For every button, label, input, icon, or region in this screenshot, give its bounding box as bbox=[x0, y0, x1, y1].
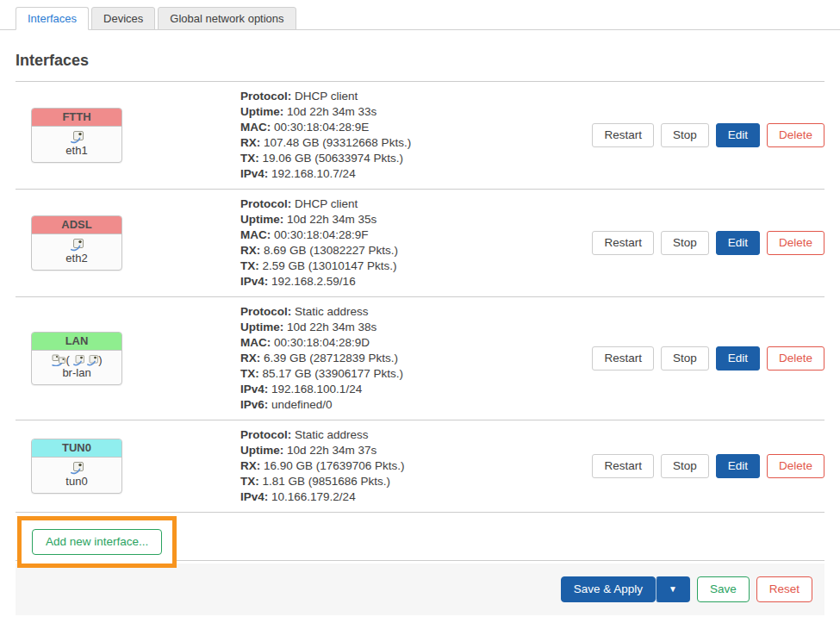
interface-zone-badge: ADSL bbox=[32, 216, 121, 234]
ethernet-icon bbox=[73, 353, 84, 366]
detail-label: IPv4: bbox=[240, 490, 268, 503]
interface-status-box-adsl: ADSL eth2 bbox=[31, 215, 122, 270]
ethernet-icon bbox=[35, 130, 118, 143]
interface-details: Protocol: Static address Uptime: 10d 22h… bbox=[240, 304, 592, 413]
add-new-interface-button[interactable]: Add new interface... bbox=[32, 529, 162, 555]
save-apply-split-button: Save & Apply ▼ bbox=[561, 576, 690, 602]
detail-value: 10d 22h 34m 33s bbox=[287, 105, 376, 118]
interface-status-box-lan: LAN ( ) br-lan bbox=[31, 332, 122, 386]
detail-label: Uptime: bbox=[240, 105, 283, 118]
detail-label: Uptime: bbox=[240, 321, 283, 333]
detail-value: 6.39 GB (28712839 Pkts.) bbox=[264, 352, 398, 364]
detail-label: IPv4: bbox=[240, 383, 268, 395]
detail-value: 00:30:18:04:28:9F bbox=[274, 228, 369, 241]
stop-button[interactable]: Stop bbox=[661, 346, 709, 371]
detail-label: MAC: bbox=[240, 336, 271, 349]
tab-interfaces[interactable]: Interfaces bbox=[16, 7, 89, 30]
interface-zone-badge: TUN0 bbox=[32, 439, 121, 458]
detail-label: Uptime: bbox=[240, 213, 283, 226]
delete-button[interactable]: Delete bbox=[767, 454, 824, 478]
detail-label: IPv6: bbox=[240, 398, 268, 411]
detail-value: 16.90 GB (17639706 Pkts.) bbox=[264, 459, 405, 472]
ethernet-icon bbox=[35, 238, 118, 251]
detail-label: TX: bbox=[240, 367, 259, 380]
tab-bar: Interfaces Devices Global network option… bbox=[0, 0, 840, 30]
edit-button[interactable]: Edit bbox=[716, 454, 760, 478]
page-title: Interfaces bbox=[16, 52, 824, 70]
tab-global-network-options[interactable]: Global network options bbox=[158, 7, 296, 30]
bridge-icon bbox=[52, 353, 66, 366]
interface-details: Protocol: DHCP client Uptime: 10d 22h 34… bbox=[240, 196, 592, 290]
detail-value: 2.59 GB (13010147 Pkts.) bbox=[263, 259, 397, 272]
detail-value: 1.81 GB (9851686 Pkts.) bbox=[263, 475, 391, 488]
delete-button[interactable]: Delete bbox=[767, 231, 824, 255]
save-apply-button[interactable]: Save & Apply bbox=[561, 576, 656, 602]
interface-details: Protocol: Static address Uptime: 10d 22h… bbox=[240, 427, 592, 505]
interface-device-name: tun0 bbox=[35, 475, 118, 488]
interface-status-box-ftth: FTTH eth1 bbox=[31, 108, 122, 162]
edit-button[interactable]: Edit bbox=[716, 346, 760, 371]
detail-label: RX: bbox=[240, 244, 260, 257]
interface-row-lan: LAN ( ) br-lan Protocol: Static address … bbox=[16, 297, 824, 420]
ethernet-icon bbox=[87, 353, 98, 366]
delete-button[interactable]: Delete bbox=[767, 346, 824, 371]
interface-zone-badge: FTTH bbox=[32, 109, 121, 127]
save-button[interactable]: Save bbox=[697, 576, 750, 602]
edit-button[interactable]: Edit bbox=[716, 231, 760, 255]
footer-action-bar: Save & Apply ▼ Save Reset bbox=[16, 564, 824, 615]
add-interface-area: Add new interface... bbox=[16, 513, 824, 561]
detail-label: Protocol: bbox=[240, 305, 291, 318]
detail-value: 10d 22h 34m 37s bbox=[287, 444, 376, 457]
detail-value: 19.06 GB (50633974 Pkts.) bbox=[263, 152, 404, 165]
detail-label: IPv4: bbox=[240, 275, 268, 288]
bridge-paren-open: ( bbox=[66, 353, 70, 366]
restart-button[interactable]: Restart bbox=[592, 454, 654, 478]
detail-value: DHCP client bbox=[295, 197, 358, 210]
detail-label: MAC: bbox=[240, 228, 271, 241]
reset-button[interactable]: Reset bbox=[756, 576, 812, 602]
interface-zone-badge: LAN bbox=[32, 333, 121, 351]
detail-value: 192.168.100.1/24 bbox=[271, 383, 362, 395]
detail-value: Static address bbox=[295, 428, 369, 441]
detail-value: 10d 22h 34m 35s bbox=[287, 213, 376, 226]
delete-button[interactable]: Delete bbox=[767, 123, 824, 147]
detail-value: 10d 22h 34m 38s bbox=[287, 321, 376, 333]
stop-button[interactable]: Stop bbox=[661, 231, 709, 255]
restart-button[interactable]: Restart bbox=[592, 346, 654, 371]
interface-device-name: eth2 bbox=[35, 252, 118, 265]
detail-label: Protocol: bbox=[240, 197, 291, 210]
detail-label: RX: bbox=[240, 352, 260, 364]
detail-label: RX: bbox=[240, 136, 260, 149]
restart-button[interactable]: Restart bbox=[592, 123, 654, 147]
detail-label: Uptime: bbox=[240, 444, 283, 457]
detail-label: RX: bbox=[240, 459, 260, 472]
detail-value: 85.17 GB (33906177 Pkts.) bbox=[263, 367, 404, 380]
detail-value: 192.168.2.59/16 bbox=[271, 275, 356, 288]
edit-button[interactable]: Edit bbox=[716, 123, 760, 147]
stop-button[interactable]: Stop bbox=[661, 123, 709, 147]
interface-status-box-tun0: TUN0 tun0 bbox=[31, 439, 122, 493]
detail-value: 00:30:18:04:28:9D bbox=[274, 336, 370, 349]
detail-label: TX: bbox=[240, 259, 259, 272]
bridge-paren-close: ) bbox=[98, 353, 102, 366]
restart-button[interactable]: Restart bbox=[592, 231, 654, 255]
detail-value: 107.48 GB (93312668 Pkts.) bbox=[264, 136, 411, 149]
detail-label: Protocol: bbox=[240, 428, 291, 441]
detail-label: TX: bbox=[240, 475, 259, 488]
interface-row-adsl: ADSL eth2 Protocol: DHCP client Uptime: … bbox=[16, 190, 824, 297]
interfaces-table: FTTH eth1 Protocol: DHCP client Uptime: … bbox=[16, 81, 824, 513]
detail-label: IPv4: bbox=[240, 167, 268, 180]
detail-value: 192.168.10.7/24 bbox=[271, 167, 356, 180]
detail-value: undefined/0 bbox=[271, 398, 333, 411]
chevron-down-icon: ▼ bbox=[669, 584, 677, 594]
detail-value: DHCP client bbox=[295, 90, 358, 103]
detail-value: 8.69 GB (13082227 Pkts.) bbox=[264, 244, 398, 257]
detail-value: 00:30:18:04:28:9E bbox=[274, 121, 369, 134]
detail-label: Protocol: bbox=[240, 90, 291, 103]
stop-button[interactable]: Stop bbox=[661, 454, 709, 478]
interface-row-ftth: FTTH eth1 Protocol: DHCP client Uptime: … bbox=[16, 82, 824, 190]
detail-label: MAC: bbox=[240, 121, 271, 134]
tab-devices[interactable]: Devices bbox=[91, 7, 155, 30]
save-apply-dropdown-toggle[interactable]: ▼ bbox=[656, 576, 690, 602]
interface-details: Protocol: DHCP client Uptime: 10d 22h 34… bbox=[240, 89, 592, 182]
